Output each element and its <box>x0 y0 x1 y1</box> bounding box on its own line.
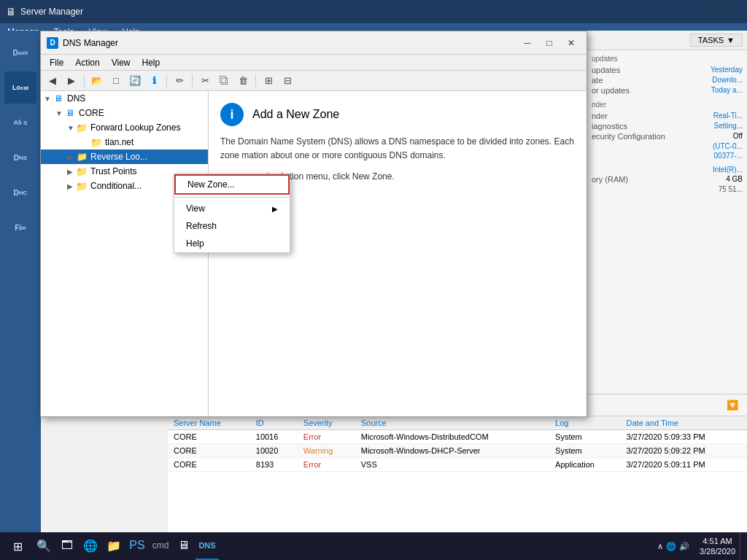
ctx-refresh[interactable]: Refresh <box>174 217 290 235</box>
explorer-icon[interactable]: 📁 <box>102 532 125 560</box>
tree-trust-label: Trust Points <box>90 166 137 176</box>
ctx-view-arrow: ▶ <box>272 205 278 213</box>
tasks-button-top[interactable]: TASKS ▼ <box>690 34 743 47</box>
info-title: Add a New Zone <box>252 108 339 121</box>
dns-close-btn[interactable]: ✕ <box>562 36 581 50</box>
folder-icon-tlan: 📁 <box>90 136 102 148</box>
table-row[interactable]: CORE10020WarningMicrosoft-Windows-DHCP-S… <box>168 444 747 458</box>
main-info-panel: i Add a New Zone The Domain Name System … <box>209 91 587 416</box>
folder-icon-reverse: 📁 <box>76 151 88 163</box>
ctx-help[interactable]: Help <box>174 235 290 252</box>
collapse-btn[interactable]: 🔽 <box>724 397 741 413</box>
folder-icon-conditional: 📁 <box>76 180 88 192</box>
taskbar: ⊞ 🔍 🗔 🌐 📁 PS cmd 🖥 DNS ∧ 🌐 🔊 4:51 AM 3/2… <box>0 532 747 560</box>
table-row[interactable]: CORE8193ErrorVSSApplication3/27/2020 5:0… <box>168 458 747 472</box>
tree-forward-lookup[interactable]: ▼ 📁 Forward Lookup Zones <box>41 120 208 135</box>
server-manager-taskbar[interactable]: 🖥 <box>172 532 196 560</box>
dns-manager-window: D DNS Manager ─ □ ✕ File Action View Hel… <box>40 31 587 417</box>
ctx-help-label: Help <box>186 238 204 249</box>
sm-sidebar-dns[interactable]: DNS <box>4 141 36 174</box>
server-manager-title: Server Manager <box>20 7 684 17</box>
context-menu: New Zone... View ▶ Refresh Help <box>174 174 290 253</box>
col-server[interactable]: Server Name <box>168 416 250 430</box>
server-manager-icon: 🖥 <box>6 6 16 18</box>
col-severity[interactable]: Severity <box>298 416 355 430</box>
tree-reverse-lookup[interactable]: ▶ 📁 Reverse Loo... <box>41 149 208 164</box>
tree-tlan-net[interactable]: 📁 tlan.net <box>41 135 208 149</box>
task-view-icon[interactable]: 🗔 <box>55 532 79 560</box>
tree-core[interactable]: ▼ 🖥 CORE <box>41 106 208 120</box>
table-row[interactable]: CORE10016ErrorMicrosoft-Windows-Distribu… <box>168 430 747 444</box>
toolbar-new-btn[interactable]: □ <box>107 73 125 89</box>
sm-sidebar-all[interactable]: All S <box>4 106 36 139</box>
core-server-icon: 🖥 <box>64 107 76 119</box>
dns-minimize-btn[interactable]: ─ <box>518 36 537 50</box>
clock-date: 3/28/2020 <box>700 546 735 556</box>
tree-dns-label: DNS <box>67 93 85 104</box>
taskbar-tray: ∧ 🌐 🔊 <box>651 542 695 551</box>
tree-toggle-core: ▼ <box>55 109 64 117</box>
sm-sidebar-dashboard[interactable]: Dash <box>4 36 36 69</box>
dns-menu-help[interactable]: Help <box>136 55 166 70</box>
server-icon: 🖥 <box>53 93 64 104</box>
toolbar-refresh-btn[interactable]: 🔄 <box>126 73 144 89</box>
network-icon: 🌐 <box>666 542 676 551</box>
col-datetime[interactable]: Date and Time <box>621 416 747 430</box>
toolbar-delete-btn[interactable]: 🗑 <box>234 73 252 89</box>
dns-titlebar: D DNS Manager ─ □ ✕ <box>41 31 587 55</box>
ctx-new-zone[interactable]: New Zone... <box>174 174 290 195</box>
cmd-icon[interactable]: cmd <box>149 532 172 560</box>
toolbar-console-btn[interactable]: ⊟ <box>279 73 296 89</box>
dns-restore-btn[interactable]: □ <box>540 36 559 50</box>
dns-menu-action[interactable]: Action <box>69 55 105 70</box>
powershell-icon[interactable]: PS <box>125 532 149 560</box>
edge-icon[interactable]: 🌐 <box>79 532 102 560</box>
tree-toggle-reverse: ▶ <box>67 153 76 161</box>
server-manager-titlebar: 🖥 Server Manager ─ □ ✕ <box>0 0 747 23</box>
col-log[interactable]: Log <box>549 416 620 430</box>
toolbar-copy-btn[interactable]: ⿻ <box>215 73 233 89</box>
dns-window-title: DNS Manager <box>63 38 518 48</box>
tree-toggle-conditional: ▶ <box>67 182 76 190</box>
tray-chevron[interactable]: ∧ <box>657 542 663 551</box>
tree-tlan-label: tlan.net <box>105 137 133 147</box>
toolbar-props-btn[interactable]: ⊞ <box>260 73 277 89</box>
start-button[interactable]: ⊞ <box>3 532 32 560</box>
info-header: i Add a New Zone <box>220 103 575 126</box>
tree-toggle-trust: ▶ <box>67 168 76 176</box>
search-taskbar-icon[interactable]: 🔍 <box>32 532 55 560</box>
col-source[interactable]: Source <box>355 416 549 430</box>
dns-menu-file[interactable]: File <box>44 55 69 70</box>
clock[interactable]: 4:51 AM 3/28/2020 <box>695 536 740 557</box>
dns-manager-taskbar[interactable]: DNS <box>196 532 219 560</box>
sm-sidebar-file[interactable]: File <box>4 211 36 244</box>
toolbar-sep-1 <box>84 74 85 88</box>
events-table: Server Name ID Severity Source Log Date … <box>168 416 747 472</box>
tree-core-label: CORE <box>79 108 104 118</box>
folder-icon-forward: 📁 <box>76 122 88 133</box>
tree-toggle-forward: ▼ <box>67 124 76 132</box>
ctx-view[interactable]: View ▶ <box>174 200 290 217</box>
ctx-view-label: View <box>186 203 205 214</box>
toolbar-edit-btn[interactable]: ✏ <box>171 73 188 89</box>
dns-menu-view[interactable]: View <box>106 55 136 70</box>
info-icon: i <box>220 103 244 126</box>
sm-sidebar-local[interactable]: Local <box>4 71 36 104</box>
sm-sidebar-dhcp[interactable]: DHC <box>4 176 36 209</box>
sm-minimize-btn[interactable]: ─ <box>684 4 703 19</box>
col-id[interactable]: ID <box>250 416 298 430</box>
tree-dns-root[interactable]: ▼ 🖥 DNS <box>41 91 208 106</box>
toolbar-back-btn[interactable]: ◀ <box>44 73 61 89</box>
toolbar-forward-btn[interactable]: ▶ <box>63 73 80 89</box>
info-body-1: The Domain Name System (DNS) allows a DN… <box>220 135 575 163</box>
dns-content: ▼ 🖥 DNS ▼ 🖥 CORE ▼ 📁 Forward Lookup Zone… <box>41 91 587 416</box>
sm-maximize-btn[interactable]: □ <box>703 4 722 19</box>
toolbar-info-btn[interactable]: ℹ <box>145 73 163 89</box>
sm-close-btn[interactable]: ✕ <box>722 4 741 19</box>
toolbar-open-btn[interactable]: 📂 <box>88 73 106 89</box>
show-desktop-btn[interactable] <box>740 532 744 560</box>
tree-conditional-label: Conditional... <box>90 181 142 191</box>
toolbar-cut-btn[interactable]: ✂ <box>196 73 214 89</box>
toolbar-sep-2 <box>166 74 167 88</box>
tree-reverse-label: Reverse Loo... <box>90 152 147 162</box>
